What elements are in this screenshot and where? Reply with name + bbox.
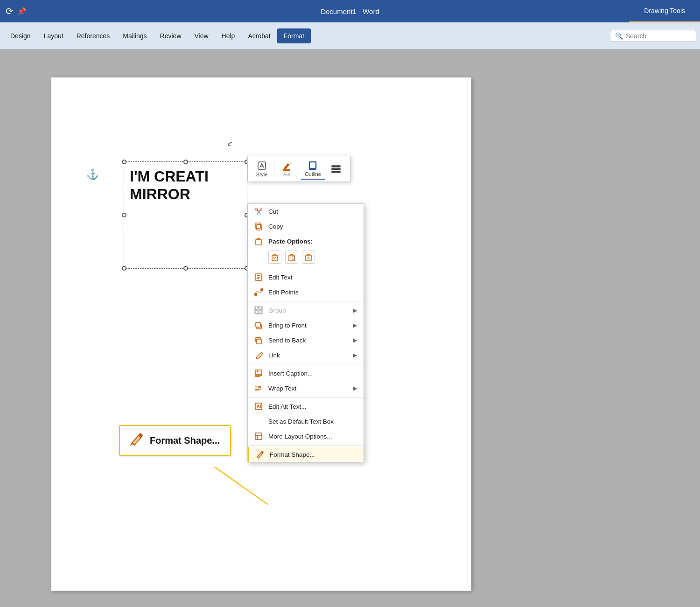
ctx-copy-label: Copy: [268, 223, 283, 230]
handle-tl[interactable]: [122, 160, 126, 164]
group-icon: [254, 306, 263, 314]
ctx-insert-caption[interactable]: Insert Caption...: [248, 366, 364, 381]
quick-access-pin[interactable]: 📌: [17, 7, 27, 16]
title-bar-left: ⟳ 📌: [6, 6, 27, 17]
title-bar: ⟳ 📌 Document1 - Word Drawing Tools: [0, 0, 700, 22]
svg-rect-6: [332, 171, 340, 173]
ctx-copy[interactable]: Copy: [248, 219, 364, 234]
ctx-link-label: Link: [268, 352, 280, 359]
group-arrow: ▶: [353, 307, 357, 314]
svg-rect-29: [255, 433, 262, 440]
svg-rect-17: [255, 307, 258, 310]
textbox-content: I'M CREATI MIRROR: [130, 167, 241, 203]
ctx-group: Group ▶: [248, 303, 364, 318]
menu-acrobat[interactable]: Acrobat: [241, 28, 277, 43]
search-icon: 🔍: [615, 32, 623, 40]
ctx-link[interactable]: Link ▶: [248, 348, 364, 363]
insert-caption-icon: [254, 369, 263, 377]
ctx-edit-text[interactable]: Edit Text: [248, 270, 364, 285]
ctx-cut[interactable]: ✂️ Cut: [248, 204, 364, 219]
context-menu: ✂️ Cut Copy Paste Options:: [247, 203, 364, 462]
svg-rect-21: [255, 307, 262, 314]
ctx-more-layout[interactable]: More Layout Options...: [248, 429, 364, 444]
format-shape-callout-label: Format Shape...: [150, 435, 220, 446]
ctx-format-shape[interactable]: Format Shape...: [248, 447, 364, 462]
search-box[interactable]: 🔍: [610, 30, 696, 42]
ctx-wrap-text[interactable]: Wrap Text ▶: [248, 381, 364, 396]
alt-text-icon: [254, 402, 263, 411]
edit-points-icon: [254, 288, 263, 296]
ctx-paste-options: Paste Options:: [248, 234, 364, 249]
menu-format[interactable]: Format: [277, 28, 311, 43]
fill-label: Fill: [283, 172, 290, 177]
format-shape-icon: [256, 450, 264, 459]
rotate-handle[interactable]: [227, 142, 236, 151]
handle-ml[interactable]: [122, 213, 126, 217]
paste-icon: [254, 237, 263, 245]
separator-2: [248, 301, 364, 301]
word-logo-icon: ⟳: [6, 6, 14, 17]
fill-button[interactable]: Fill: [276, 159, 297, 179]
menu-layout[interactable]: Layout: [37, 28, 70, 43]
textbox-container[interactable]: I'M CREATI MIRROR: [124, 161, 247, 269]
format-shape-callout: Format Shape...: [119, 425, 231, 456]
cut-icon: ✂️: [254, 207, 263, 216]
format-shape-callout-icon: [130, 433, 143, 448]
send-back-arrow: ▶: [353, 337, 357, 343]
separator-3: [248, 364, 364, 364]
handle-bl[interactable]: [122, 266, 126, 271]
menu-review[interactable]: Review: [154, 28, 188, 43]
menu-design[interactable]: Design: [4, 28, 37, 43]
toolbar-divider-2: [299, 160, 299, 177]
menu-bar: Design Layout References Mailings Review…: [0, 22, 700, 49]
textbox-border: I'M CREATI MIRROR: [124, 161, 247, 269]
menu-mailings[interactable]: Mailings: [116, 28, 153, 43]
separator-5: [248, 445, 364, 446]
svg-rect-15: [255, 293, 257, 295]
search-input[interactable]: [626, 32, 691, 40]
menu-references[interactable]: References: [70, 28, 117, 43]
copy-icon: [254, 222, 263, 230]
ctx-group-label: Group: [268, 307, 286, 314]
menu-view[interactable]: View: [188, 28, 215, 43]
style-button[interactable]: Style: [252, 159, 272, 179]
ctx-paste-label: Paste Options:: [268, 238, 313, 245]
ctx-format-shape-label: Format Shape...: [270, 451, 315, 458]
svg-text:A: A: [307, 256, 309, 260]
paste-icon-row: A: [248, 249, 364, 266]
outline-button[interactable]: Outline: [301, 158, 325, 180]
send-back-icon: [254, 336, 263, 344]
wrap-text-arrow: ▶: [353, 385, 357, 391]
ctx-bring-front-label: Bring to Front: [268, 322, 307, 329]
ctx-alt-text-label: Edit Alt Text...: [268, 403, 307, 410]
svg-rect-1: [283, 169, 290, 171]
svg-rect-25: [257, 339, 261, 344]
paste-keep-source[interactable]: [268, 251, 281, 264]
ctx-more-layout-label: More Layout Options...: [268, 433, 332, 440]
ctx-insert-caption-label: Insert Caption...: [268, 370, 313, 377]
textbox-line2: MIRROR: [130, 185, 241, 203]
handle-tm[interactable]: [183, 160, 188, 164]
link-arrow: ▶: [353, 352, 357, 358]
ctx-bring-to-front[interactable]: Bring to Front ▶: [248, 318, 364, 333]
svg-rect-9: [256, 239, 261, 245]
ctx-set-default-label: Set as Default Text Box: [268, 418, 334, 425]
paste-text-only[interactable]: A: [302, 251, 315, 264]
ctx-edit-points[interactable]: Edit Points: [248, 285, 364, 300]
svg-rect-27: [255, 386, 257, 388]
ctx-send-back-label: Send to Back: [268, 337, 306, 344]
paste-merge[interactable]: [285, 251, 298, 264]
more-options-button[interactable]: [326, 162, 346, 176]
textbox-line1: I'M CREATI: [130, 167, 241, 185]
drawing-tools-tab: Drawing Tools: [629, 0, 700, 22]
ctx-edit-text-label: Edit Text: [268, 274, 293, 281]
link-icon: [254, 351, 263, 359]
format-shape-callout-box[interactable]: Format Shape...: [119, 425, 231, 456]
bring-front-arrow: ▶: [353, 322, 357, 328]
menu-help[interactable]: Help: [215, 28, 242, 43]
ctx-send-to-back[interactable]: Send to Back ▶: [248, 333, 364, 348]
handle-bm[interactable]: [183, 266, 188, 271]
ctx-edit-alt-text[interactable]: Edit Alt Text...: [248, 399, 364, 414]
ctx-set-default[interactable]: Set as Default Text Box: [248, 414, 364, 429]
wrap-text-icon: [254, 384, 263, 392]
